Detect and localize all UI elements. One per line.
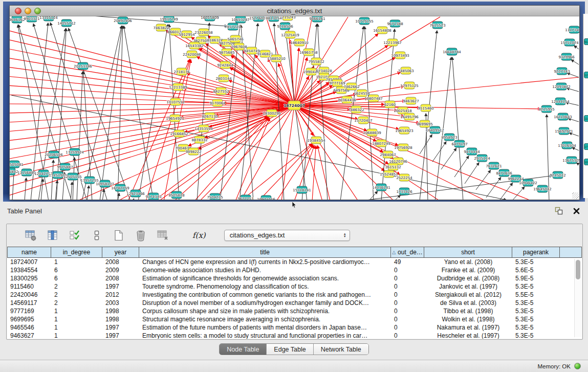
table-selector-dropdown[interactable]: citations_edges.txt ▲▼	[224, 230, 350, 241]
graph-node-label: 2967608	[231, 45, 247, 49]
table-cell: 5.6E-5	[512, 266, 560, 274]
resize-grip-icon[interactable]	[572, 192, 579, 199]
graph-node-label: 7486322	[348, 108, 364, 112]
graph-node-label: 8903321	[24, 17, 39, 21]
table-cell: Dudbridge et al. (2008)	[424, 274, 512, 282]
new-table-icon[interactable]	[112, 229, 125, 242]
graph-node-label: 17016504	[558, 144, 576, 148]
graph-edge	[25, 178, 26, 200]
function-builder-button[interactable]: f(x)	[192, 231, 206, 240]
table-cell: 2008	[102, 258, 139, 266]
panel-close-icon[interactable]	[572, 206, 581, 215]
table-cell: Estimation of the future numbers of pati…	[139, 323, 391, 332]
table-cell: Wolkin et al. (1998)	[424, 315, 512, 323]
clear-selection-icon[interactable]	[90, 229, 103, 242]
graph-node-label: 12444154	[551, 100, 570, 104]
table-cell: Estimation of significance thresholds fo…	[139, 274, 391, 282]
table-row[interactable]: 1872400712008Changes of HCN gene express…	[7, 258, 582, 266]
scrollbar-thumb[interactable]	[576, 260, 580, 279]
table-cell: 0	[391, 291, 424, 299]
table-row[interactable]: 1456911722003Disruption of a novel membe…	[7, 299, 582, 307]
table-body: 1872400712008Changes of HCN gene express…	[7, 258, 582, 339]
table-row[interactable]: 1830029562008Estimation of significance …	[7, 274, 582, 282]
graph-node-label: 19384554	[307, 139, 325, 143]
table-cell: Jankovic et al. (1997)	[424, 282, 512, 291]
tab-network-table[interactable]: Network Table	[314, 344, 368, 355]
graph-node-label: 8958923	[441, 136, 457, 140]
table-row[interactable]: 977716911998Corpus callosum shape and si…	[7, 307, 582, 315]
background-graph-node: 17103	[584, 143, 588, 150]
table-cell: 9777169	[7, 307, 51, 315]
column-header-short[interactable]: short	[424, 247, 512, 257]
vertical-scrollbar[interactable]	[574, 259, 581, 337]
float-window-icon[interactable]	[554, 206, 563, 215]
column-header-title[interactable]: title	[139, 247, 391, 257]
table-cell: 6	[51, 274, 102, 282]
graph-edge	[476, 170, 490, 190]
graph-node-label: 8505818	[168, 193, 184, 198]
graph-node-label: 15720407	[354, 119, 373, 123]
table-mode-icon[interactable]	[24, 229, 37, 242]
show-columns-icon[interactable]	[46, 229, 59, 242]
delete-table-icon[interactable]	[156, 229, 169, 242]
graph-node-label: 9474444	[464, 150, 480, 154]
graph-edge	[432, 142, 446, 162]
delete-columns-icon[interactable]	[134, 229, 147, 242]
table-row[interactable]: 969969511998Structural magnetic resonanc…	[7, 315, 582, 323]
table-cell: Nakamura et al. (1997)	[424, 323, 512, 332]
graph-node-label: 2522254	[396, 176, 412, 180]
graph-node-label: 7632621	[486, 164, 502, 168]
graph-node-label: 9962244	[508, 177, 524, 181]
column-header-pagerank[interactable]: pagerank	[512, 247, 560, 257]
tab-node-table[interactable]: Node Table	[220, 344, 267, 355]
table-cell: 5.3E-5	[512, 282, 560, 291]
table-cell: 0	[391, 299, 424, 307]
table-cell: Tourette syndrome. Phenomenology and cla…	[139, 282, 391, 291]
graph-edge	[572, 147, 579, 150]
table-cell: 9463627	[7, 332, 51, 339]
graph-node-label: 20206526	[45, 153, 63, 157]
table-row[interactable]: 911546021997Tourette syndrome. Phenomeno…	[7, 282, 582, 291]
graph-edge	[118, 26, 123, 200]
graph-edge	[441, 148, 456, 169]
network-view-window: citations_edges.txt 22420046271817612213…	[9, 5, 580, 200]
window-titlebar[interactable]: citations_edges.txt	[10, 6, 579, 16]
table-cell: 1	[51, 323, 102, 332]
close-window-icon[interactable]	[15, 8, 21, 14]
table-cell: Disruption of a novel member of a sodium…	[139, 299, 391, 307]
table-row[interactable]: 2242004622012Investigating the contribut…	[7, 291, 582, 299]
graph-node-label: 11675305	[562, 159, 579, 163]
column-header-out_de[interactable]: △out_de…	[391, 247, 424, 257]
graph-node-label: 2984067	[380, 153, 396, 157]
table-cell: 1998	[102, 307, 139, 315]
memory-status-icon[interactable]	[574, 363, 581, 369]
minimize-window-icon[interactable]	[25, 8, 31, 14]
background-window[interactable]: 912712744114351710310284	[583, 14, 588, 198]
select-all-icon[interactable]	[68, 229, 81, 242]
graph-node-label: 16055809	[201, 16, 219, 20]
column-header-in_degree[interactable]: in_degree	[51, 247, 102, 257]
graph-node-label: 18807249	[372, 142, 390, 146]
citation-graph: 2242004627181761221338910107552196549211…	[10, 16, 579, 200]
table-row[interactable]: 946554611997Estimation of the future num…	[7, 323, 582, 332]
panel-title: Table Panel	[7, 207, 42, 215]
graph-node-label: 6734028	[316, 69, 332, 73]
tab-edge-table[interactable]: Edge Table	[267, 344, 313, 355]
graph-node-label: 8427552	[213, 90, 229, 94]
table-cell: 0	[391, 282, 424, 291]
zoom-window-icon[interactable]	[34, 8, 41, 14]
table-row[interactable]: 1938455462009Genome-wide association stu…	[7, 266, 582, 274]
graph-node-label: 15692971	[555, 129, 573, 134]
table-cell: 1998	[102, 315, 139, 323]
graph-edge	[174, 117, 268, 200]
graph-node-label: 9170064	[209, 101, 226, 105]
network-canvas[interactable]: 2242004627181761221338910107552196549211…	[10, 16, 579, 200]
table-cell: Tibbo et al. (1998)	[424, 307, 512, 315]
table-cell: 2008	[102, 274, 139, 282]
column-header-year[interactable]: year	[102, 247, 139, 257]
column-header-name[interactable]: name	[7, 247, 51, 257]
graph-node-label: 16210643	[554, 115, 572, 119]
table-cell: 1997	[102, 323, 139, 332]
table-row[interactable]: 946362711997Embryonic stem cells: a mode…	[7, 332, 582, 339]
graph-node-label: 2935114	[474, 157, 490, 161]
